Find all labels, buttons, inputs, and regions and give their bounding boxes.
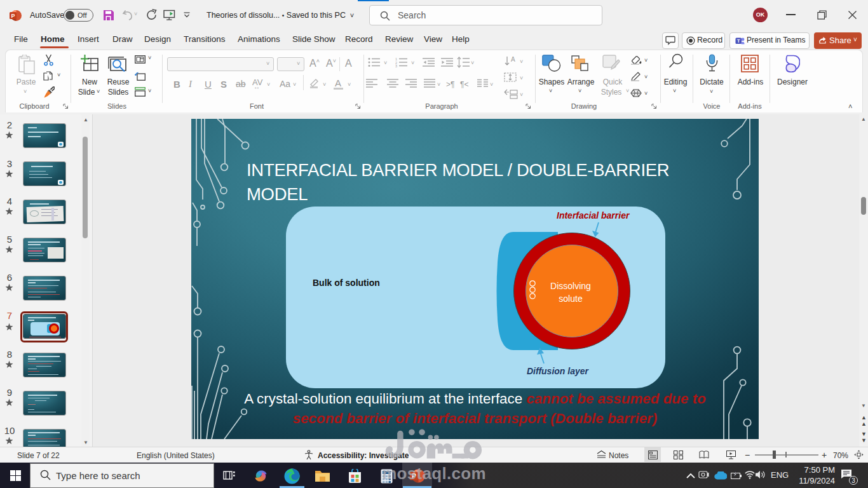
svg-text:A: A (511, 56, 515, 63)
svg-text:T: T (737, 38, 740, 44)
svg-text:P: P (11, 13, 15, 19)
svg-text:3: 3 (395, 64, 397, 67)
